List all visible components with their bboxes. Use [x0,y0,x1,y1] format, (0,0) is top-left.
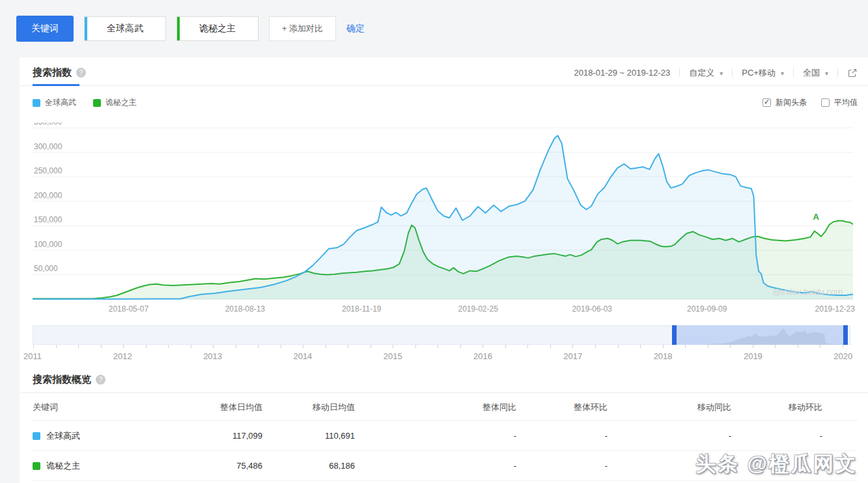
slider-tick [505,345,506,348]
chart-canvas[interactable]: 350,000300,000250,000200,000150,000100,0… [33,123,853,300]
timeline-year-label: 2012 [113,351,132,361]
keyword-cell: 全球高武 [33,430,182,442]
slider-tick [191,345,191,348]
timeline-year-label: 2016 [473,351,492,361]
value-cell: 68,186 [262,461,355,471]
add-compare-button[interactable]: + 添加对比 [269,16,336,41]
slider-tick [730,345,731,348]
x-tick-label: 2018-05-07 [109,304,148,314]
slider-selected-range[interactable] [674,325,845,345]
checkbox-box [821,98,830,107]
slider-tick [753,345,753,348]
slider-tick [303,345,303,348]
search-index-card: 搜索指数 2018-01-29 ~ 2019-12-23 自定义PC+移动全国 … [20,57,868,483]
timeline-year-label: 2019 [744,351,763,361]
legend-item[interactable]: 诡秘之主 [93,97,137,108]
svg-text:100,000: 100,000 [34,240,63,249]
slider-handle-right[interactable] [843,325,848,345]
table-row: 全球高武117,099110,691---- [33,421,858,451]
legend-label: 诡秘之主 [105,97,137,108]
checkbox-label: 平均值 [834,97,858,108]
x-tick-label: 2018-08-13 [225,304,265,314]
overview-divider [20,392,868,393]
svg-text:150,000: 150,000 [34,215,63,224]
separator [837,68,838,77]
svg-text:200,000: 200,000 [34,191,63,200]
timeline-year-label: 2015 [384,351,402,361]
timeline-slider[interactable] [33,325,850,345]
checkbox-news-headline[interactable]: 新闻头条 [763,97,807,108]
slider-tick [843,345,843,348]
checkbox-average[interactable]: 平均值 [821,97,858,108]
column-header: 移动日均值 [262,402,355,413]
slider-handle-left[interactable] [672,325,677,345]
column-header: 整体同比 [355,402,516,413]
column-header: 关键词 [33,402,182,413]
slider-tick [438,345,438,348]
keyword-toolbar: 关键词 全球高武诡秘之主 + 添加对比 确定 [16,16,365,42]
overview-header: 搜索指数概览 [33,373,858,386]
x-tick-label: 2018-11-19 [342,304,382,314]
value-cell: - [516,431,608,441]
separator [793,68,794,77]
column-header: 移动同比 [608,402,731,413]
help-icon[interactable] [76,68,86,78]
keyword-swatch [33,432,40,440]
timeline-year-label: 2014 [293,351,312,361]
value-cell: - [355,461,516,471]
chart-watermark: @index.baidu.com [772,287,843,297]
slider-tick [527,345,528,348]
svg-text:350,000: 350,000 [34,123,63,126]
panel-controls: 2018-01-29 ~ 2019-12-23 自定义PC+移动全国 [574,67,858,79]
keyword-name: 诡秘之主 [46,460,80,472]
value-cell: - [731,431,822,441]
keyword-chip[interactable]: 诡秘之主 [176,16,259,41]
overview-title: 搜索指数概览 [33,373,91,386]
slider-tick [663,345,664,348]
filter-dropdown[interactable]: PC+移动 [742,67,784,79]
checkbox-label: 新闻头条 [776,97,807,108]
keyword-chip[interactable]: 全球高武 [84,16,166,41]
legend-item[interactable]: 全球高武 [33,97,76,108]
help-icon[interactable] [96,375,105,385]
slider-tick [371,345,371,348]
date-range[interactable]: 2018-01-29 ~ 2019-12-23 [574,68,670,78]
slider-tick [236,345,236,348]
slider-tick [685,345,686,348]
timeline-year-label: 2013 [203,351,222,361]
confirm-button[interactable]: 确定 [346,23,365,35]
legend-swatch [93,99,101,107]
legend-swatch [33,99,40,107]
value-cell: 110,691 [262,431,355,441]
column-header: 整体日均值 [182,402,262,413]
export-icon[interactable] [847,68,858,78]
panel-header: 搜索指数 2018-01-29 ~ 2019-12-23 自定义PC+移动全国 [33,57,858,79]
active-tab-indicator [33,84,79,86]
x-axis-labels: 2018-05-072018-08-132018-11-192019-02-25… [33,304,853,316]
separator [732,68,733,77]
timeline-year-label: 2011 [23,351,42,361]
keyword-color-bar [177,17,180,40]
keyword-color-bar [85,17,87,40]
slider-tick [640,345,641,348]
slider-tick [213,345,214,348]
x-tick-label: 2019-02-25 [458,304,497,314]
news-annotation-marker[interactable]: A [813,212,820,222]
trend-chart[interactable]: 350,000300,000250,000200,000150,000100,0… [33,123,853,300]
chevron-down-icon [825,68,828,78]
slider-tick [326,345,326,348]
chevron-down-icon [781,68,784,78]
slider-tick [415,345,416,348]
tab-search-index[interactable]: 搜索指数 [33,66,72,79]
slider-tick [595,345,596,348]
timeline-year-label: 2017 [563,351,582,361]
filter-dropdown[interactable]: 自定义 [689,67,723,79]
legend-label: 全球高武 [45,97,76,108]
overview-table-header: 关键词整体日均值移动日均值整体同比整体环比移动同比移动环比 [33,393,858,421]
slider-tick [258,345,259,348]
slider-tick [281,345,281,348]
keyword-button[interactable]: 关键词 [16,16,74,42]
filter-dropdown[interactable]: 全国 [803,67,828,79]
timeline-year-label: 2018 [654,351,673,361]
separator [679,68,680,77]
